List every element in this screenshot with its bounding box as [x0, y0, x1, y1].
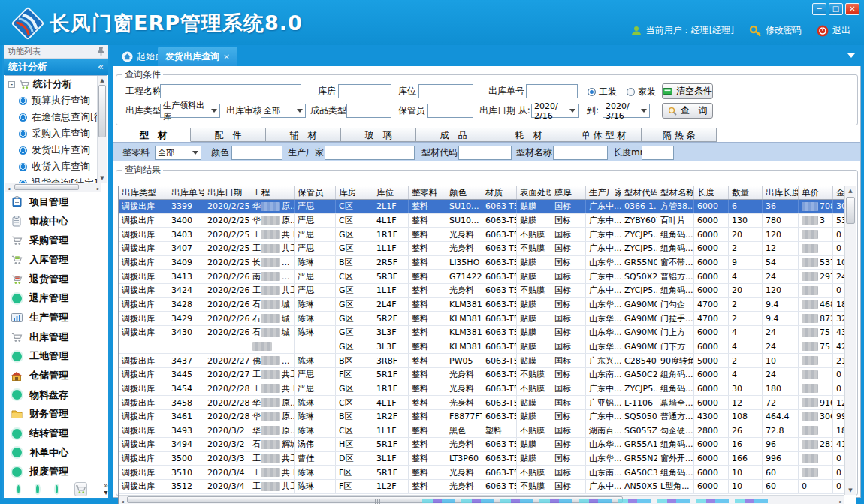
- sidebar-item-2[interactable]: 采购管理: [4, 231, 108, 250]
- radio-gongzhuang[interactable]: 工装: [588, 86, 617, 98]
- tree-item-1[interactable]: 在途信息查询[待: [5, 109, 107, 125]
- table-row[interactable]: 调拨出库34032020/2/25工共工程严思G区1R1F整料光身料6063-T…: [119, 228, 856, 242]
- grid-vertical-scrollbar[interactable]: ▲ ▼: [844, 186, 856, 495]
- tree-item-4[interactable]: 收货入库查询: [5, 158, 107, 175]
- column-header[interactable]: 膜厚: [551, 186, 586, 199]
- tree-vertical-scrollbar[interactable]: ▲ ▼: [97, 76, 107, 183]
- scroll-up-icon[interactable]: ▲: [846, 187, 855, 195]
- collapse-icon[interactable]: «: [98, 59, 104, 75]
- material-tab-7[interactable]: 隔 热 条: [642, 128, 717, 142]
- table-row[interactable]: 调拨出库34002020/2/25华原...严思C区4L1F整料SU10...6…: [119, 214, 856, 228]
- material-tab-2[interactable]: 辅 材: [266, 128, 341, 142]
- tab-close-icon[interactable]: ×: [223, 52, 230, 62]
- quick-dot-icon[interactable]: [36, 485, 38, 493]
- audit-select[interactable]: 全部: [261, 104, 306, 118]
- column-header[interactable]: 单价: [799, 186, 833, 199]
- scroll-up-icon[interactable]: ▲: [98, 77, 107, 84]
- table-row[interactable]: 调拨出库34932020/3/2华原...陈琳C区1L1F整料黑色塑料不贴膜国标…: [119, 424, 856, 439]
- table-row[interactable]: 调拨出库35002020/3/3工共工程曹佳D区3L1F整料LT3P606063…: [119, 452, 856, 466]
- table-row[interactable]: 调拨出库33992020/2/25华原...严思C区2L1F整料SU10...6…: [119, 200, 856, 214]
- logout-button[interactable]: 退出: [817, 24, 850, 37]
- date-from-select[interactable]: 2020/ 2/16: [531, 104, 579, 118]
- minimize-button[interactable]: ─: [812, 3, 826, 15]
- quick-dot-icon[interactable]: [17, 485, 20, 493]
- maximize-button[interactable]: □: [829, 3, 843, 15]
- sidebar-item-7[interactable]: 出库管理: [4, 327, 108, 347]
- column-header[interactable]: 工程: [249, 186, 295, 199]
- scroll-right-icon[interactable]: ►: [95, 185, 101, 192]
- length-mm-input[interactable]: [642, 146, 674, 160]
- column-header[interactable]: 型材名称: [657, 186, 694, 199]
- column-header[interactable]: 库位: [373, 186, 409, 199]
- column-header[interactable]: 材质: [482, 186, 517, 199]
- table-row[interactable]: 调拨出库35102020/3/4工共工程陈琳F区5R1F整料光身料6063-T5…: [119, 466, 856, 480]
- sidebar-item-4[interactable]: 退货管理: [4, 270, 108, 289]
- sidebar-item-5[interactable]: 退库管理: [4, 288, 108, 308]
- tab-shipping-outbound-query[interactable]: 发货出库查询 ×: [158, 47, 237, 66]
- search-button[interactable]: 查 询: [662, 103, 713, 119]
- column-header[interactable]: 库房: [336, 186, 373, 199]
- location-input[interactable]: [418, 84, 473, 98]
- column-header[interactable]: 出库长度: [763, 186, 799, 199]
- column-header[interactable]: 出库单号: [168, 186, 204, 199]
- table-row[interactable]: 调拨出库34242020/2/26工共工程严思G区1L1F整料光身料6063-T…: [119, 284, 856, 298]
- table-row[interactable]: 调拨出库34372020/2/27佛...陈琳B区3R8F整料PW056063-…: [119, 354, 856, 368]
- sidebar-item-0[interactable]: 项目管理: [4, 192, 108, 212]
- column-header[interactable]: 保管员: [295, 186, 336, 199]
- manufacturer-input[interactable]: [325, 146, 415, 160]
- table-row[interactable]: 调拨出库34452020/2/27工共工程严思F区5R1F整料光身料6063-T…: [119, 368, 856, 382]
- sidebar-item-14[interactable]: 报废管理: [4, 463, 108, 482]
- tree-root-statistics[interactable]: - 统计分析: [5, 76, 107, 92]
- column-header[interactable]: 整零料: [409, 186, 446, 199]
- sidebar-section-statistics[interactable]: 统计分析 «: [4, 59, 108, 75]
- column-header[interactable]: 长度: [694, 186, 729, 199]
- sidebar-item-11[interactable]: 财务管理: [4, 405, 108, 424]
- quick-dot-icon[interactable]: [56, 485, 58, 493]
- radio-jiazhuang[interactable]: 家装: [627, 86, 656, 98]
- sidebar-item-3[interactable]: 入库管理: [4, 250, 108, 270]
- column-header[interactable]: 生产厂家: [586, 186, 621, 199]
- close-button[interactable]: ✕: [845, 3, 859, 15]
- tree-item-2[interactable]: 采购入库查询: [5, 125, 107, 142]
- column-header[interactable]: 型材代码: [621, 186, 657, 199]
- tab-overflow-icon[interactable]: [847, 53, 855, 62]
- table-row[interactable]: 调拨出库34092020/2/25长...陈琳B区2R5F整料LI35HO606…: [119, 256, 856, 270]
- column-header[interactable]: 表面处理: [517, 186, 551, 199]
- sidebar-item-13[interactable]: 补单中心: [4, 443, 108, 463]
- tree-expander-icon[interactable]: -: [8, 81, 15, 88]
- cart-tool-button[interactable]: [74, 482, 87, 496]
- column-header[interactable]: 数量: [729, 186, 763, 199]
- table-row[interactable]: G区3L3F整料KLM38176063-T5贴膜国标山东华...GA90M09.…: [119, 340, 856, 355]
- table-row[interactable]: 调拨出库34132020/2/26南...严思C区5R3F整料G71422606…: [119, 270, 856, 284]
- pin-icon[interactable]: [97, 47, 105, 56]
- sidebar-item-1[interactable]: 审核中心: [4, 212, 108, 231]
- tree-item-3[interactable]: 发货出库查询: [5, 142, 107, 158]
- out-type-select[interactable]: 生产领料出库: [160, 104, 220, 118]
- table-row[interactable]: 调拨出库35122020/3/4工共工程陈琳F区1L2F整料光身料6063-T5…: [119, 480, 856, 494]
- table-row[interactable]: 调拨出库34942020/3/2石辉城汤伟H区5R1F整料光身料6063-T5贴…: [119, 438, 856, 452]
- change-password-button[interactable]: 修改密码: [749, 24, 802, 37]
- material-tab-1[interactable]: 配 件: [191, 128, 266, 142]
- product-type-input[interactable]: [346, 104, 391, 118]
- scroll-down-icon[interactable]: ▼: [846, 487, 855, 494]
- sidebar-item-9[interactable]: 仓储管理: [4, 366, 108, 385]
- more-tools-button[interactable]: »▾: [104, 482, 108, 496]
- column-header[interactable]: 出库类型: [119, 186, 168, 199]
- warehouse-input[interactable]: [338, 84, 391, 98]
- table-row[interactable]: 调拨出库34582020/2/28华原...陈琳C区4L1F整料光身料6063-…: [119, 396, 856, 410]
- material-tab-3[interactable]: 玻 璃: [341, 128, 416, 142]
- table-row[interactable]: 调拨出库34302020/2/26石城陈琳G区3L3F整料KLM38176063…: [119, 326, 856, 340]
- keeper-input[interactable]: [427, 104, 473, 118]
- column-header[interactable]: 颜色: [446, 186, 482, 199]
- scroll-right-icon[interactable]: ►: [838, 498, 844, 504]
- whole-part-select[interactable]: 全部: [155, 146, 201, 160]
- clear-conditions-button[interactable]: 清空条件: [662, 83, 713, 99]
- scroll-left-icon[interactable]: ◄: [119, 498, 125, 504]
- material-tab-5[interactable]: 耗 材: [491, 128, 566, 142]
- material-tab-6[interactable]: 单 体 型 材: [566, 128, 642, 142]
- date-to-select[interactable]: 2020/ 3/16: [603, 104, 650, 118]
- project-name-input[interactable]: [160, 84, 301, 98]
- order-no-input[interactable]: [526, 84, 578, 98]
- table-row[interactable]: 调拨出库34072020/2/25工共工程严思G区1L1F整料光身料6063-T…: [119, 242, 856, 256]
- tree-horizontal-scrollbar[interactable]: ◄ ►: [5, 183, 101, 192]
